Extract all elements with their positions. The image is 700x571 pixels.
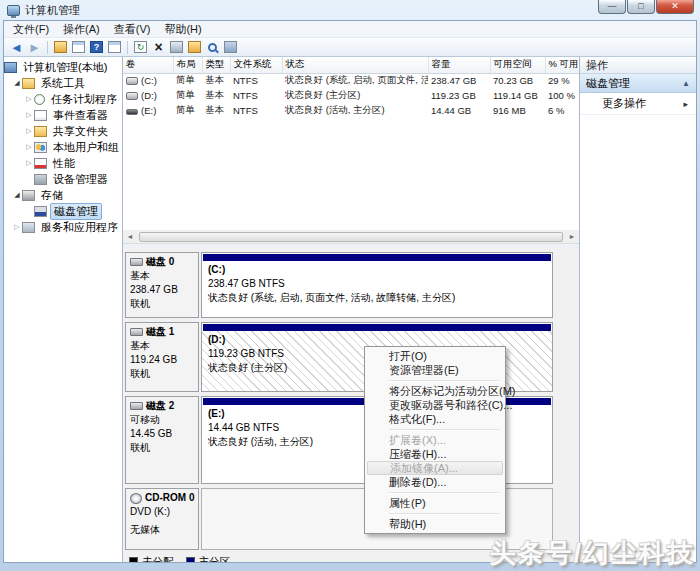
volume-row-c[interactable]: (C:) 简单 基本 NTFS 状态良好 (系统, 启动, 页面文件, 活动, … bbox=[123, 73, 579, 88]
disk-1-label[interactable]: 磁盘 1 基本 119.24 GB 联机 bbox=[125, 322, 199, 392]
window-title: 计算机管理 bbox=[25, 3, 80, 18]
computer-management-window: 计算机管理 — □ ✕ 文件(F) 操作(A) 查看(V) 帮助(H) ◄ ► … bbox=[0, 0, 700, 571]
col-header-status[interactable]: 状态 bbox=[282, 57, 428, 73]
menu-item-add-mirror: 添加镜像(A)... bbox=[367, 461, 503, 475]
menu-item-explorer[interactable]: 资源管理器(E) bbox=[367, 363, 503, 377]
context-menu: 打开(O) 资源管理器(E) 将分区标记为活动分区(M) 更改驱动器号和路径(C… bbox=[364, 346, 506, 534]
col-header-filesystem[interactable]: 文件系统 bbox=[230, 57, 282, 73]
actions-section-disk-management[interactable]: 磁盘管理 ▲ bbox=[580, 74, 696, 93]
expander-icon[interactable]: ▷ bbox=[24, 111, 34, 119]
performance-icon bbox=[34, 158, 47, 169]
tree-item-task-scheduler[interactable]: ▷ 任务计划程序 bbox=[4, 91, 122, 107]
action-pane-icon[interactable] bbox=[107, 40, 122, 55]
expander-icon[interactable]: ▷ bbox=[24, 127, 34, 135]
tree-item-system-tools[interactable]: ◢ 系统工具 bbox=[4, 75, 122, 91]
primary-partition-strip bbox=[203, 254, 551, 261]
minimize-button[interactable]: — bbox=[598, 0, 626, 14]
disk-0-label[interactable]: 磁盘 0 基本 238.47 GB 联机 bbox=[125, 252, 199, 318]
show-console-tree-icon[interactable] bbox=[53, 40, 68, 55]
app-body: 文件(F) 操作(A) 查看(V) 帮助(H) ◄ ► ? ↻ × bbox=[3, 20, 697, 563]
menu-item-change-drive-letter[interactable]: 更改驱动器号和路径(C)... bbox=[367, 398, 503, 412]
window-pane-icon[interactable] bbox=[71, 40, 86, 55]
col-header-pct-free[interactable]: % 可用 bbox=[545, 57, 579, 73]
computer-icon bbox=[4, 62, 17, 73]
tree-item-services-applications[interactable]: ▷ 服务和应用程序 bbox=[4, 219, 122, 235]
col-header-free-space[interactable]: 可用空间 bbox=[490, 57, 545, 73]
drive-icon bbox=[126, 77, 138, 85]
submenu-arrow-icon: ▸ bbox=[683, 99, 688, 109]
scroll-right-icon[interactable]: ► bbox=[565, 230, 579, 243]
toolbar: ◄ ► ? ↻ × bbox=[4, 37, 696, 57]
expander-icon[interactable]: ◢ bbox=[12, 79, 22, 87]
tree-item-performance[interactable]: ▷ 性能 bbox=[4, 155, 122, 171]
expander-icon[interactable]: ▷ bbox=[12, 223, 22, 231]
scrollbar-thumb[interactable] bbox=[139, 232, 563, 242]
tree-item-device-manager[interactable]: 设备管理器 bbox=[4, 171, 122, 187]
disk-2-label[interactable]: 磁盘 2 可移动 14.45 GB 联机 bbox=[125, 396, 199, 484]
menu-file[interactable]: 文件(F) bbox=[6, 21, 56, 38]
clock-icon bbox=[34, 94, 45, 105]
unallocated-color-swatch bbox=[129, 557, 138, 562]
app-icon bbox=[7, 5, 20, 16]
drive-icon bbox=[126, 92, 138, 100]
volume-row-e[interactable]: (E:) 简单 基本 NTFS 状态良好 (活动, 主分区) 14.44 GB … bbox=[123, 103, 579, 118]
open-folder-icon[interactable] bbox=[187, 40, 202, 55]
menu-item-delete-volume[interactable]: 删除卷(D)... bbox=[367, 475, 503, 489]
forward-icon[interactable]: ► bbox=[27, 40, 42, 55]
menu-separator bbox=[389, 513, 499, 514]
col-header-capacity[interactable]: 容量 bbox=[428, 57, 490, 73]
actions-pane: 操作 磁盘管理 ▲ 更多操作 ▸ bbox=[579, 57, 696, 562]
maximize-button[interactable]: □ bbox=[627, 0, 655, 14]
back-icon[interactable]: ◄ bbox=[9, 40, 24, 55]
toolbar-separator bbox=[127, 41, 128, 54]
tree-item-storage[interactable]: ◢ 存储 bbox=[4, 187, 122, 203]
tree-item-local-users-groups[interactable]: ▷ 本地用户和组 bbox=[4, 139, 122, 155]
disk-icon bbox=[130, 258, 143, 266]
search-icon[interactable] bbox=[205, 40, 220, 55]
properties-icon[interactable] bbox=[169, 40, 184, 55]
tree-item-shared-folders[interactable]: ▷ 共享文件夹 bbox=[4, 123, 122, 139]
col-header-type[interactable]: 类型 bbox=[202, 57, 230, 73]
device-manager-icon bbox=[34, 174, 47, 185]
partition-c[interactable]: (C:) 238.47 GB NTFS 状态良好 (系统, 启动, 页面文件, … bbox=[201, 252, 553, 318]
refresh-document-icon[interactable]: ↻ bbox=[133, 40, 148, 55]
disk-0-row: 磁盘 0 基本 238.47 GB 联机 (C:) 238.47 GB NTFS… bbox=[125, 252, 577, 318]
expander-icon[interactable]: ▷ bbox=[24, 95, 34, 103]
help-icon[interactable]: ? bbox=[89, 40, 104, 55]
cdrom-0-label[interactable]: CD-ROM 0 DVD (K:) 无媒体 bbox=[125, 488, 199, 550]
col-header-layout[interactable]: 布局 bbox=[173, 57, 202, 73]
menu-item-format[interactable]: 格式化(F)... bbox=[367, 412, 503, 426]
folder-icon bbox=[22, 78, 35, 89]
menu-item-properties[interactable]: 属性(P) bbox=[367, 496, 503, 510]
menu-help[interactable]: 帮助(H) bbox=[157, 21, 208, 38]
expander-icon[interactable]: ◢ bbox=[12, 191, 22, 199]
menu-item-mark-partition-active[interactable]: 将分区标记为活动分区(M) bbox=[367, 384, 503, 398]
expander-icon[interactable]: ▷ bbox=[24, 143, 34, 151]
cd-rom-icon bbox=[130, 493, 142, 504]
scroll-left-icon[interactable]: ◄ bbox=[123, 230, 137, 243]
disk-1-row: 磁盘 1 基本 119.24 GB 联机 (D:) 119.23 GB NTFS… bbox=[125, 322, 577, 392]
menu-item-help[interactable]: 帮助(H) bbox=[367, 517, 503, 531]
watermark-text: 头条号/幻尘科技 bbox=[490, 536, 695, 571]
horizontal-scrollbar[interactable]: ◄ ► bbox=[123, 230, 579, 243]
menu-item-shrink-volume[interactable]: 压缩卷(H)... bbox=[367, 447, 503, 461]
volume-row-d[interactable]: (D:) 简单 基本 NTFS 状态良好 (主分区) 119.23 GB 119… bbox=[123, 88, 579, 103]
expander-icon[interactable]: ▷ bbox=[24, 159, 34, 167]
col-header-volume[interactable]: 卷 bbox=[123, 57, 173, 73]
menu-view[interactable]: 查看(V) bbox=[107, 21, 158, 38]
menu-item-open[interactable]: 打开(O) bbox=[367, 349, 503, 363]
removable-drive-icon bbox=[126, 109, 138, 115]
users-icon bbox=[34, 142, 47, 153]
collapse-chevron-icon[interactable]: ▲ bbox=[682, 79, 690, 88]
tree-item-event-viewer[interactable]: ▷ 事件查看器 bbox=[4, 107, 122, 123]
delete-icon[interactable]: × bbox=[151, 40, 166, 55]
storage-icon bbox=[22, 190, 35, 201]
volume-list-pane: 卷 布局 类型 文件系统 状态 容量 可用空间 % 可用 容错 (C:) bbox=[123, 57, 579, 243]
menu-item-extend-volume: 扩展卷(X)... bbox=[367, 433, 503, 447]
tree-item-disk-management[interactable]: 磁盘管理 bbox=[4, 203, 122, 219]
more-actions-item[interactable]: 更多操作 ▸ bbox=[580, 93, 696, 115]
views-icon[interactable] bbox=[223, 40, 238, 55]
close-button[interactable]: ✕ bbox=[656, 0, 694, 14]
menu-action[interactable]: 操作(A) bbox=[56, 21, 107, 38]
tree-root-computer-management[interactable]: 计算机管理(本地) bbox=[4, 59, 122, 75]
